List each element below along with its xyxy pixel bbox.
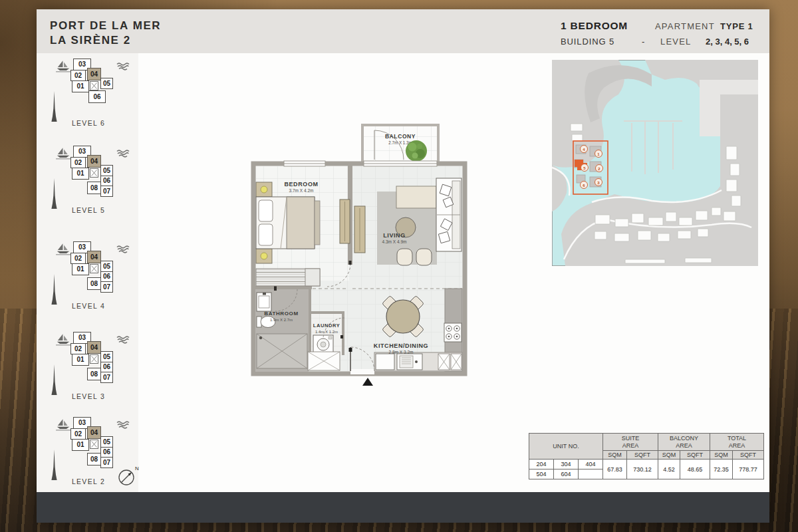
unit-box-04-highlighted: 04 [87, 251, 101, 263]
unit-cell [579, 469, 603, 479]
pouf [416, 249, 432, 265]
pillow [259, 200, 273, 221]
sqft-header: SQFT [680, 451, 710, 460]
unit-box-01: 01 [72, 354, 89, 366]
sailboat-icon [55, 61, 71, 72]
unit-box-01: 01 [72, 168, 89, 180]
area-table: UNIT NO. SUITE AREA BALCONY AREA TOTAL A… [529, 433, 764, 479]
pillow [259, 224, 273, 245]
level-6-diagram: 03 02 04 01 05 06 LEVEL 6 [50, 58, 143, 138]
sailboat-icon [55, 243, 71, 255]
unit-cell: 604 [554, 469, 579, 479]
unit-box-02: 02 [70, 253, 86, 264]
unit-box-07: 07 [100, 281, 113, 293]
tower-icon [51, 364, 57, 395]
balcony-area-header: BALCONY AREA [658, 434, 710, 451]
fridge [376, 354, 394, 370]
unit-box-02: 02 [70, 70, 86, 81]
suite-sqft-value: 730.12 [627, 460, 658, 479]
level-numbers: 2, 3, 4, 5, 6 [706, 37, 749, 47]
tower-icon [51, 274, 57, 305]
bed [256, 197, 320, 249]
unit-box-07: 07 [100, 186, 113, 197]
unit-box-08: 08 [87, 453, 101, 466]
sqft-header: SQFT [627, 451, 658, 460]
unit-box-06: 06 [100, 362, 113, 372]
unit-box-02: 02 [70, 428, 86, 440]
elevator-icon [90, 354, 98, 364]
unit-box-08: 08 [87, 368, 101, 380]
suite-sqm-value: 67.83 [603, 460, 627, 479]
level-name: LEVEL 2 [50, 477, 127, 485]
bedroom-dims: 3.7m X 4.2m [289, 188, 314, 193]
project-subtitle: LA SIRÈNE 2 [50, 34, 131, 47]
balcony-sqm-value: 4.52 [658, 460, 680, 479]
unit-type-title: 1 BEDROOM [561, 20, 628, 32]
level-name: LEVEL 5 [50, 206, 127, 214]
pouf [397, 249, 412, 265]
waves-icon [116, 62, 130, 70]
unit-box-06: 06 [100, 271, 113, 282]
floor-plan: BALCONY 2.7m X 1.3m [249, 122, 469, 390]
laundry: LAUNDRY 1.4m X 1.2m [311, 314, 344, 355]
unit-box-07: 07 [100, 372, 113, 383]
level-name: LEVEL 4 [50, 302, 127, 310]
elevator-icon [90, 440, 98, 449]
bathroom-dims: 1.9m X 2.7m [270, 318, 293, 322]
elevator-icon [90, 264, 98, 273]
lamp [261, 253, 267, 259]
unit-box-02: 02 [70, 157, 86, 168]
waves-icon [116, 245, 130, 253]
unit-cell: 204 [529, 460, 554, 469]
site-map: 1 2 3 4 5 6 [552, 60, 758, 266]
unit-box-04-highlighted: 04 [87, 426, 101, 439]
tower-icon [51, 178, 57, 209]
balcony-sqft-value: 48.65 [680, 460, 710, 479]
waves-icon [116, 420, 130, 429]
plant [406, 140, 427, 162]
unit-box-01: 01 [72, 263, 89, 275]
building-label: BUILDING 5 [561, 37, 614, 47]
unit-no-header: UNIT NO. [529, 434, 603, 460]
sqm-header: SQM [603, 451, 627, 460]
kitchen-sink [397, 354, 422, 370]
unit-box-04-highlighted: 04 [87, 341, 101, 354]
bathroom-label: BATHROOM [264, 311, 298, 317]
bathroom: BATHROOM 1.9m X 2.7m [255, 286, 309, 372]
kitchen-label: KITCHEN/DINING [374, 342, 428, 349]
unit-cell: 504 [529, 469, 554, 479]
laundry-label: LAUNDRY [313, 323, 340, 329]
compass-n-label: N [135, 466, 139, 471]
suite-area-header: SUITE AREA [603, 434, 658, 451]
sailboat-icon [55, 334, 71, 346]
unit-box-05: 05 [100, 78, 113, 89]
unit-box-07: 07 [100, 457, 113, 468]
project-title: PORT DE LA MER [50, 19, 161, 33]
total-area-header: TOTAL AREA [710, 434, 764, 451]
bed-bench [315, 201, 320, 245]
unit-box-02: 02 [70, 343, 86, 354]
bedroom-label: BEDROOM [284, 181, 318, 188]
laundry-dims: 1.4m X 1.2m [315, 330, 338, 334]
unit-box-05: 05 [100, 261, 113, 272]
console-table [396, 186, 436, 208]
sofa [436, 178, 462, 251]
separator-dash: - [642, 37, 644, 47]
entry-arrow [362, 378, 373, 386]
lamp [261, 186, 267, 193]
level-4-diagram: 03 02 04 01 05 06 08 07 LEVEL 4 [50, 241, 143, 321]
apartment-type: TYPE 1 [720, 21, 753, 31]
level-label: LEVEL [660, 37, 691, 47]
apartment-label: APARTMENT [655, 21, 715, 31]
total-sqft-value: 778.77 [733, 460, 764, 479]
dining-set [382, 295, 424, 337]
sqm-header: SQM [710, 451, 733, 460]
unit-box-08: 08 [87, 182, 101, 194]
unit-box-06: 06 [100, 447, 113, 458]
total-sqm-value: 72.35 [710, 460, 733, 479]
waves-icon [116, 335, 130, 344]
tower-icon [51, 91, 57, 122]
unit-box-05: 05 [100, 165, 113, 176]
dining-table [386, 300, 420, 333]
footer-bar [37, 492, 769, 523]
